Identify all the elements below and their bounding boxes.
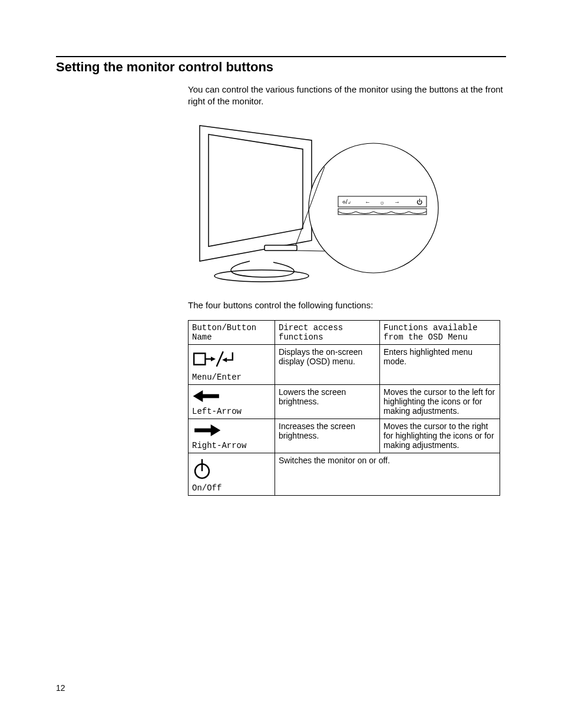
menu-enter-icon bbox=[192, 348, 271, 371]
svg-rect-4 bbox=[265, 245, 297, 251]
button-cell-left-arrow: Left-Arrow bbox=[189, 384, 275, 419]
direct-access-cell: Switches the monitor on or off. bbox=[275, 453, 500, 495]
table-row: Menu/Enter Displays the on-screen displa… bbox=[189, 344, 500, 384]
header-button-name: Button/Button Name bbox=[189, 320, 275, 344]
svg-marker-17 bbox=[211, 357, 216, 361]
button-cell-menu-enter: Menu/Enter bbox=[189, 344, 275, 384]
button-label: Left-Arrow bbox=[192, 407, 271, 416]
section-heading: Setting the monitor control buttons bbox=[56, 60, 506, 75]
svg-marker-21 bbox=[193, 390, 203, 402]
svg-text:←: ← bbox=[365, 199, 371, 205]
svg-line-18 bbox=[217, 351, 223, 367]
table-row: On/Off Switches the monitor on or off. bbox=[189, 453, 500, 495]
button-label: On/Off bbox=[192, 483, 271, 493]
svg-text:→: → bbox=[394, 199, 400, 205]
svg-line-7 bbox=[296, 251, 325, 251]
direct-access-cell: Increases the screen brightness. bbox=[275, 419, 380, 453]
svg-text:⏻: ⏻ bbox=[416, 199, 422, 205]
button-label: Right-Arrow bbox=[192, 441, 271, 450]
svg-point-5 bbox=[309, 143, 438, 273]
monitor-illustration: ⎆/↲ ← ☼ → ⏻ bbox=[188, 117, 441, 288]
table-row: Right-Arrow Increases the screen brightn… bbox=[189, 419, 500, 453]
power-icon bbox=[192, 457, 271, 482]
svg-rect-15 bbox=[194, 353, 205, 364]
svg-point-3 bbox=[214, 270, 309, 282]
header-direct-access: Direct access functions bbox=[275, 320, 380, 344]
intro-paragraph: You can control the various functions of… bbox=[188, 84, 506, 108]
page-number: 12 bbox=[56, 683, 65, 693]
table-header-row: Button/Button Name Direct access functio… bbox=[189, 320, 500, 344]
svg-marker-2 bbox=[209, 134, 303, 246]
header-osd-functions: Functions available from the OSD Menu bbox=[380, 320, 500, 344]
osd-function-cell: Moves the cursor to the right for highli… bbox=[380, 419, 500, 453]
osd-function-cell: Moves the cursor to the left for highlig… bbox=[380, 384, 500, 419]
direct-access-cell: Lowers the screen brightness. bbox=[275, 384, 380, 419]
section-rule bbox=[56, 56, 506, 57]
button-label: Menu/Enter bbox=[192, 373, 271, 382]
manual-page: Setting the monitor control buttons You … bbox=[0, 0, 562, 728]
table-caption: The four buttons control the following f… bbox=[188, 299, 506, 311]
svg-text:☼: ☼ bbox=[379, 199, 385, 206]
controls-table: Button/Button Name Direct access functio… bbox=[188, 320, 500, 496]
left-arrow-icon bbox=[192, 388, 271, 406]
button-cell-right-arrow: Right-Arrow bbox=[189, 419, 275, 453]
button-cell-power: On/Off bbox=[189, 453, 275, 495]
svg-marker-19 bbox=[222, 357, 227, 362]
table-row: Left-Arrow Lowers the screen brightness.… bbox=[189, 384, 500, 419]
svg-text:⎆/↲: ⎆/↲ bbox=[342, 199, 351, 205]
osd-function-cell: Enters highlighted menu mode. bbox=[380, 344, 500, 384]
direct-access-cell: Displays the on-screen display (OSD) men… bbox=[275, 344, 380, 384]
right-arrow-icon bbox=[192, 423, 271, 440]
svg-marker-23 bbox=[211, 424, 221, 436]
